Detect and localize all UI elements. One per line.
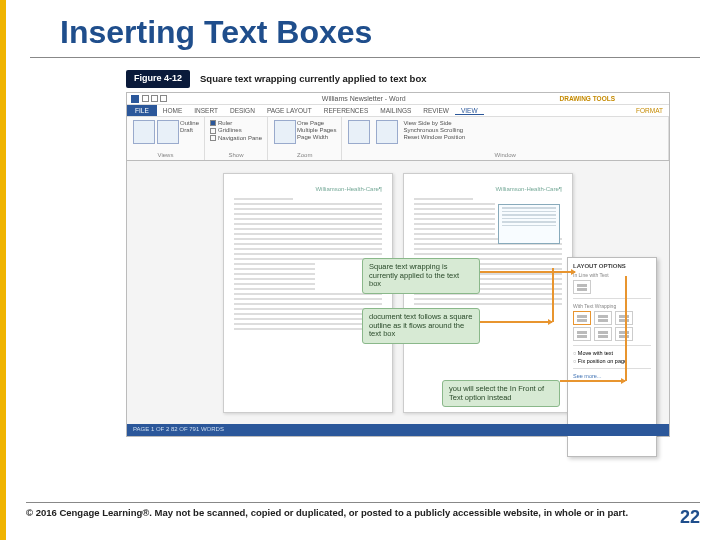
tab-review[interactable]: REVIEW: [417, 107, 455, 114]
sync-scroll-button[interactable]: Synchronous Scrolling: [403, 127, 465, 133]
callout-text-flows: document text follows a square outline a…: [362, 308, 480, 344]
group-window: View Side by Side Synchronous Scrolling …: [342, 117, 669, 160]
qat-save-icon[interactable]: [142, 95, 149, 102]
radio-move-with-text[interactable]: Move with text: [573, 350, 651, 356]
text-box[interactable]: [498, 204, 560, 244]
tab-mailings[interactable]: MAILINGS: [374, 107, 417, 114]
see-more-link[interactable]: See more...: [573, 373, 651, 379]
page-width-button[interactable]: Page Width: [297, 134, 336, 140]
opt-inline[interactable]: [573, 280, 591, 294]
group-show-label: Show: [210, 152, 262, 158]
group-show: Ruler Gridlines Navigation Pane Show: [205, 117, 268, 160]
outline-button[interactable]: Outline: [180, 120, 199, 126]
opt-tight[interactable]: [594, 311, 612, 325]
page-number: 22: [680, 507, 700, 530]
radio-fix-position[interactable]: Fix position on page: [573, 358, 651, 364]
tab-format[interactable]: FORMAT: [630, 107, 669, 114]
navpane-checkbox[interactable]: Navigation Pane: [210, 135, 262, 141]
group-window-label: Window: [347, 152, 663, 158]
slide-title: Inserting Text Boxes: [60, 14, 676, 51]
group-zoom-label: Zoom: [273, 152, 336, 158]
reset-position-button[interactable]: Reset Window Position: [403, 134, 465, 140]
opt-top-bottom[interactable]: [573, 327, 591, 341]
new-window-button[interactable]: [348, 120, 370, 144]
group-views: Outline Draft Views: [127, 117, 205, 160]
zoom-button[interactable]: [274, 120, 296, 144]
title-bar: Williams Newsletter - Word DRAWING TOOLS: [127, 93, 669, 105]
ribbon-tabs: FILE HOME INSERT DESIGN PAGE LAYOUT REFE…: [127, 105, 669, 117]
arrow-2: [480, 321, 552, 323]
qat-undo-icon[interactable]: [151, 95, 158, 102]
status-bar: PAGE 1 OF 2 82 OF 791 WORDS: [127, 424, 669, 436]
slide-footer: © 2016 Cengage Learning®. May not be sca…: [26, 502, 700, 530]
arrow-1: [480, 271, 575, 273]
group-views-label: Views: [132, 152, 199, 158]
arrange-all-button[interactable]: [376, 120, 398, 144]
one-page-button[interactable]: One Page: [297, 120, 336, 126]
figure-container: Figure 4-12 Square text wrapping current…: [126, 70, 670, 437]
tab-references[interactable]: REFERENCES: [318, 107, 374, 114]
opt-square[interactable]: [573, 311, 591, 325]
print-layout-button[interactable]: [157, 120, 179, 144]
layout-options-title: LAYOUT OPTIONS: [573, 263, 651, 269]
tab-view[interactable]: VIEW: [455, 107, 484, 115]
tab-file[interactable]: FILE: [127, 105, 157, 116]
ruler-checkbox[interactable]: Ruler: [210, 120, 262, 126]
opt-behind[interactable]: [594, 327, 612, 341]
multiple-pages-button[interactable]: Multiple Pages: [297, 127, 336, 133]
opt-in-front[interactable]: [615, 327, 633, 341]
group-zoom: One Page Multiple Pages Page Width Zoom: [268, 117, 342, 160]
draft-button[interactable]: Draft: [180, 127, 199, 133]
window-title: Williams Newsletter - Word: [168, 95, 560, 102]
callout-square-wrap: Square text wrapping is currently applie…: [362, 258, 480, 294]
figure-number: Figure 4-12: [126, 70, 190, 88]
word-icon: [131, 95, 139, 103]
qat-redo-icon[interactable]: [160, 95, 167, 102]
tab-home[interactable]: HOME: [157, 107, 189, 114]
ribbon: Outline Draft Views Ruler Gridlines Navi…: [127, 117, 669, 161]
arrow-3v: [625, 276, 627, 381]
tab-page-layout[interactable]: PAGE LAYOUT: [261, 107, 318, 114]
copyright-text: © 2016 Cengage Learning®. May not be sca…: [26, 507, 680, 530]
opt-through[interactable]: [615, 311, 633, 325]
arrow-2v: [552, 268, 554, 322]
inline-section-label: In Line with Text: [573, 272, 651, 278]
page-header: Williamson-Health-Care¶: [234, 186, 382, 192]
read-mode-button[interactable]: [133, 120, 155, 144]
side-by-side-button[interactable]: View Side by Side: [403, 120, 465, 126]
contextual-tab-group: DRAWING TOOLS: [560, 95, 616, 102]
callout-in-front: you will select the In Front of Text opt…: [442, 380, 560, 407]
tab-design[interactable]: DESIGN: [224, 107, 261, 114]
tab-insert[interactable]: INSERT: [188, 107, 224, 114]
page-header-2: Williamson-Health-Care¶: [414, 186, 562, 192]
gridlines-checkbox[interactable]: Gridlines: [210, 127, 262, 133]
figure-caption: Square text wrapping currently applied t…: [190, 70, 436, 88]
arrow-3: [560, 380, 625, 382]
wrap-section-label: With Text Wrapping: [573, 303, 651, 309]
word-app-window: Williams Newsletter - Word DRAWING TOOLS…: [126, 92, 670, 437]
